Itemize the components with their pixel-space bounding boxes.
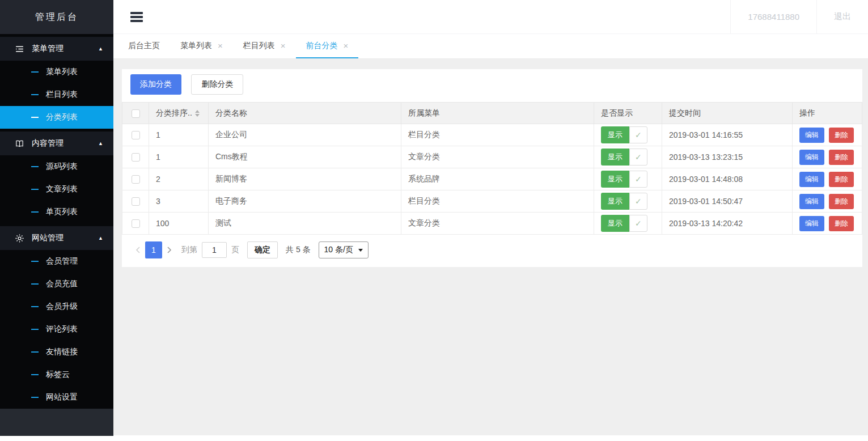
delete-category-button[interactable]: 删除分类 bbox=[191, 74, 243, 95]
sidebar-item-label: 网站设置 bbox=[46, 392, 78, 402]
checkmark-icon: ✓ bbox=[629, 215, 647, 232]
visibility-toggle[interactable]: 显示✓ bbox=[601, 149, 647, 166]
sidebar-item[interactable]: 菜单列表 bbox=[0, 61, 113, 83]
next-page-button[interactable] bbox=[162, 246, 177, 254]
sidebar-group-label: 内容管理 bbox=[32, 138, 63, 149]
dash-icon bbox=[31, 117, 39, 118]
sidebar-item-label: 栏目列表 bbox=[46, 90, 78, 100]
table-row: 3电子商务栏目分类显示✓2019-03-01 14:50:47编辑删除 bbox=[122, 190, 862, 213]
topbar-right: 17688411880 退出 bbox=[730, 0, 868, 33]
dash-icon bbox=[31, 329, 39, 330]
sidebar-item[interactable]: 标签云 bbox=[0, 363, 113, 386]
content-area: 添加分类 删除分类 分类排序.. bbox=[113, 59, 868, 435]
sidebar-item[interactable]: 友情链接 bbox=[0, 341, 113, 363]
bottom-strip bbox=[0, 435, 868, 441]
sidebar-group-header[interactable]: 内容管理▲ bbox=[0, 132, 113, 155]
sidebar-item[interactable]: 评论列表 bbox=[0, 318, 113, 341]
time-cell: 2019-03-13 13:23:15 bbox=[662, 146, 793, 168]
sidebar-footer bbox=[0, 409, 113, 436]
col-header-order[interactable]: 分类排序.. bbox=[149, 103, 209, 124]
sidebar-item[interactable]: 分类列表 bbox=[0, 106, 113, 129]
edit-button[interactable]: 编辑 bbox=[799, 172, 824, 187]
sidebar-item[interactable]: 网站设置 bbox=[0, 386, 113, 409]
col-header-time: 提交时间 bbox=[662, 103, 793, 124]
page-unit-label: 页 bbox=[231, 245, 239, 255]
time-cell: 2019-03-01 14:48:08 bbox=[662, 168, 793, 190]
name-cell: 企业公司 bbox=[209, 124, 401, 146]
row-checkbox[interactable] bbox=[132, 175, 140, 184]
col-header-order-label: 分类排序.. bbox=[156, 108, 192, 117]
sidebar-item[interactable]: 会员管理 bbox=[0, 250, 113, 273]
actions-cell: 编辑删除 bbox=[793, 146, 862, 168]
visible-badge: 显示 bbox=[601, 215, 629, 232]
delete-button[interactable]: 删除 bbox=[829, 194, 854, 209]
main-area: 17688411880 退出 后台主页菜单列表×栏目列表×前台分类× 添加分类 … bbox=[113, 0, 868, 435]
hamburger-menu-icon[interactable] bbox=[130, 12, 143, 22]
dash-icon bbox=[31, 306, 39, 307]
close-icon[interactable]: × bbox=[281, 41, 286, 50]
name-cell: 电子商务 bbox=[209, 190, 401, 213]
sidebar-item[interactable]: 单页列表 bbox=[0, 201, 113, 223]
tab-label: 菜单列表 bbox=[180, 41, 212, 51]
close-icon[interactable]: × bbox=[344, 41, 349, 50]
confirm-button[interactable]: 确定 bbox=[247, 241, 278, 258]
visible-badge: 显示 bbox=[601, 193, 629, 210]
visible-badge: 显示 bbox=[601, 149, 629, 166]
delete-button[interactable]: 删除 bbox=[829, 172, 854, 187]
tab-2[interactable]: 栏目列表× bbox=[233, 34, 296, 58]
sidebar-item[interactable]: 会员充值 bbox=[0, 273, 113, 295]
sidebar-item[interactable]: 会员升级 bbox=[0, 295, 113, 318]
sidebar-group-header[interactable]: 网站管理▲ bbox=[0, 226, 113, 250]
edit-button[interactable]: 编辑 bbox=[799, 150, 824, 165]
time-cell: 2019-03-13 14:20:42 bbox=[662, 213, 793, 235]
edit-button[interactable]: 编辑 bbox=[799, 128, 824, 143]
close-icon[interactable]: × bbox=[218, 41, 223, 50]
menu-list-icon bbox=[15, 44, 24, 54]
delete-button[interactable]: 删除 bbox=[829, 128, 854, 143]
visibility-toggle[interactable]: 显示✓ bbox=[601, 126, 647, 143]
visible-cell: 显示✓ bbox=[594, 168, 662, 190]
checkmark-icon: ✓ bbox=[629, 149, 647, 166]
edit-button[interactable]: 编辑 bbox=[799, 216, 824, 231]
select-all-cell bbox=[122, 103, 149, 124]
order-cell: 1 bbox=[149, 146, 209, 168]
sidebar-group-header[interactable]: 菜单管理▲ bbox=[0, 37, 113, 61]
tab-0[interactable]: 后台主页 bbox=[118, 34, 170, 58]
tab-3[interactable]: 前台分类× bbox=[296, 34, 359, 58]
dash-icon bbox=[31, 351, 39, 353]
actions-cell: 编辑删除 bbox=[793, 168, 862, 190]
goto-page-input[interactable] bbox=[202, 242, 227, 258]
toolbar: 添加分类 删除分类 bbox=[122, 74, 862, 95]
sidebar-item[interactable]: 源码列表 bbox=[0, 155, 113, 178]
delete-button[interactable]: 删除 bbox=[829, 216, 854, 231]
visibility-toggle[interactable]: 显示✓ bbox=[601, 193, 647, 210]
table-header-row: 分类排序.. 分类名称 所属菜单 是否显示 提交时间 操作 bbox=[122, 103, 862, 124]
page-number-button[interactable]: 1 bbox=[145, 241, 162, 258]
select-all-checkbox[interactable] bbox=[132, 109, 140, 118]
col-header-menu: 所属菜单 bbox=[401, 103, 594, 124]
chevron-down-icon bbox=[358, 249, 363, 252]
visibility-toggle[interactable]: 显示✓ bbox=[601, 215, 647, 232]
logout-button[interactable]: 退出 bbox=[816, 0, 868, 33]
edit-button[interactable]: 编辑 bbox=[799, 194, 824, 209]
table-row: 2新闻博客系统品牌显示✓2019-03-01 14:48:08编辑删除 bbox=[122, 168, 862, 190]
row-checkbox[interactable] bbox=[132, 131, 140, 139]
sidebar-group: 菜单管理▲菜单列表栏目列表分类列表 bbox=[0, 37, 113, 129]
sidebar-item[interactable]: 栏目列表 bbox=[0, 83, 113, 106]
chevron-up-icon: ▲ bbox=[98, 46, 103, 52]
chevron-right-icon bbox=[167, 246, 172, 254]
add-category-button[interactable]: 添加分类 bbox=[130, 74, 181, 95]
prev-page-button[interactable] bbox=[130, 246, 145, 254]
menu-cell: 栏目分类 bbox=[401, 124, 594, 146]
sort-icon[interactable] bbox=[195, 110, 200, 117]
goto-label: 到第 bbox=[181, 245, 197, 255]
row-checkbox[interactable] bbox=[132, 219, 140, 228]
tab-1[interactable]: 菜单列表× bbox=[170, 34, 233, 58]
visibility-toggle[interactable]: 显示✓ bbox=[601, 171, 647, 188]
delete-button[interactable]: 删除 bbox=[829, 150, 854, 165]
page-size-select[interactable]: 10 条/页 bbox=[319, 241, 369, 258]
row-checkbox[interactable] bbox=[132, 153, 140, 162]
row-checkbox[interactable] bbox=[132, 197, 140, 206]
sidebar-item[interactable]: 文章列表 bbox=[0, 178, 113, 201]
order-cell: 3 bbox=[149, 190, 209, 213]
